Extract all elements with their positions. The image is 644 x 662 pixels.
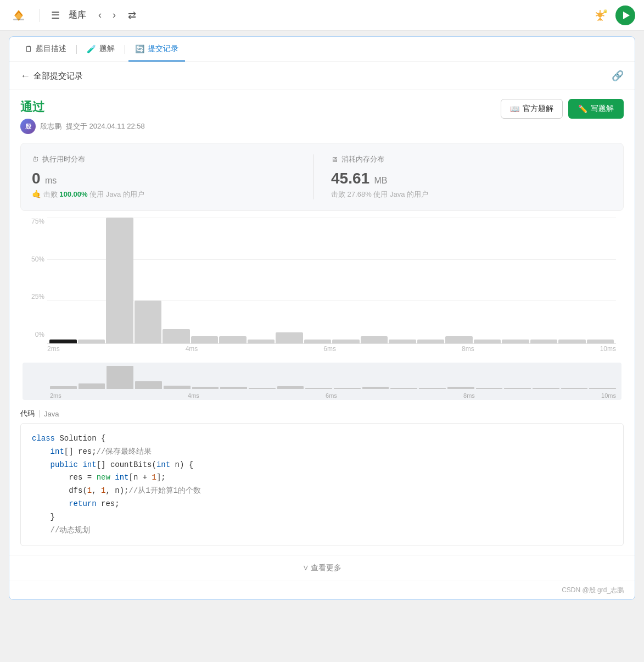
code-line-3: public int[] countBits(int n) {: [32, 459, 612, 472]
chart-bars: [47, 218, 616, 343]
svg-rect-11: [604, 11, 606, 13]
time-sub: 🤙 击败 100.00% 使用 Java 的用户: [32, 190, 313, 199]
status-row: 通过 殷 殷志鹏 提交于 2024.04.11 22:58 📖 官方题解 ✏️ …: [20, 99, 624, 134]
chart-bar: [135, 301, 162, 344]
menu-icon[interactable]: ☰: [51, 9, 60, 21]
ov-x-8ms: 8ms: [463, 392, 475, 399]
y-label-50: 50%: [23, 255, 44, 263]
svg-line-5: [596, 15, 597, 16]
x-label-6ms: 6ms: [323, 345, 336, 360]
code-line-5: dfs(1, 1, n);//从1开始算1的个数: [32, 485, 612, 498]
chart-bar: [417, 340, 445, 343]
book-icon: 📖: [510, 104, 519, 113]
stats-cards: ⏱ 执行用时分布 0 ms 🤙 击败 100.00% 使用 Java 的用户: [20, 143, 624, 211]
time-value: 0: [32, 170, 41, 187]
time-stat-card: ⏱ 执行用时分布 0 ms 🤙 击败 100.00% 使用 Java 的用户: [32, 154, 313, 199]
time-stat-title: ⏱ 执行用时分布: [32, 154, 313, 164]
overview-bar: [220, 387, 247, 389]
edit-icon: ✏️: [578, 104, 587, 113]
chart-x-labels: 2ms 4ms 6ms 8ms 10ms: [47, 345, 616, 360]
overview-bar: [419, 388, 446, 389]
hand-icon: 🤙: [32, 190, 41, 198]
chart-overview: 2ms 4ms 6ms 8ms 10ms: [23, 363, 621, 400]
memory-value: 45.61: [331, 170, 369, 187]
back-btn[interactable]: ← 全部提交记录: [20, 70, 83, 82]
time-value-row: 0 ms: [32, 170, 313, 187]
tab-divider-1: [76, 45, 77, 54]
run-btn[interactable]: [615, 5, 635, 25]
code-label: 代码: [20, 409, 35, 419]
overview-bar: [362, 387, 389, 389]
time-sub-text: 使用 Java 的用户: [89, 190, 144, 198]
history-icon: 🔄: [135, 44, 144, 53]
code-line-7: }: [32, 511, 612, 524]
official-solution-btn[interactable]: 📖 官方题解: [501, 99, 563, 119]
overview-bar: [277, 386, 304, 389]
overview-bar: [447, 387, 474, 389]
overview-bar: [334, 388, 361, 389]
overview-bar: [135, 381, 162, 389]
chart-bar: [558, 340, 586, 343]
flask-icon: 🧪: [87, 44, 96, 53]
memory-sub: 击败 27.68% 使用 Java 的用户: [331, 190, 612, 199]
memory-unit: MB: [374, 176, 388, 185]
x-label-2ms: 2ms: [47, 345, 60, 360]
y-label-0: 0%: [23, 331, 44, 338]
chart-bar: [219, 336, 247, 343]
overview-bar: [504, 388, 531, 389]
link-icon[interactable]: 🔗: [612, 70, 624, 82]
time-percent: 100.00%: [59, 190, 87, 198]
overview-x-labels: 2ms 4ms 6ms 8ms 10ms: [50, 392, 616, 399]
tab-description[interactable]: 🗒 题目描述: [18, 37, 73, 62]
shuffle-btn[interactable]: ⇄: [128, 9, 136, 21]
main-container: 🗒 题目描述 🧪 题解 🔄 提交记录 ← 全部提交记录 🔗: [9, 36, 635, 600]
memory-value-row: 45.61 MB: [331, 170, 612, 187]
chart-bar: [78, 340, 105, 343]
clock-icon: ⏱: [32, 155, 39, 164]
svg-rect-0: [13, 19, 24, 20]
overview-bar: [476, 388, 503, 389]
back-arrow-icon: ←: [20, 70, 30, 82]
doc-icon: 🗒: [25, 44, 32, 53]
chart-bar: [474, 340, 501, 343]
overview-bar: [390, 388, 417, 389]
chart-main: 75% 50% 25% 0% 2ms: [23, 218, 621, 360]
time-unit: ms: [45, 176, 57, 185]
logo[interactable]: [9, 5, 29, 25]
topbar-right: [591, 5, 635, 25]
chart-y-labels: 75% 50% 25% 0%: [23, 218, 44, 344]
overview-bar: [305, 388, 332, 389]
y-label-25: 25%: [23, 293, 44, 301]
chart-bar: [445, 336, 473, 343]
ov-x-6ms: 6ms: [326, 392, 337, 399]
nav-arrows: ‹ ›: [95, 8, 119, 22]
footer-bar: CSDN @殷 grd_志鹏: [9, 581, 635, 599]
overview-bar: [164, 386, 191, 389]
svg-line-6: [602, 15, 604, 16]
code-line-2: int[] res;//保存最终结果: [32, 446, 612, 459]
x-label-8ms: 8ms: [462, 345, 474, 360]
tab-solution[interactable]: 🧪 题解: [80, 37, 121, 62]
code-block: class Solution { int[] res;//保存最终结果 publ…: [20, 423, 624, 546]
status-left: 通过 殷 殷志鹏 提交于 2024.04.11 22:58: [20, 99, 145, 134]
view-more-btn[interactable]: ∨ 查看更多: [9, 555, 635, 581]
overview-bar: [192, 387, 219, 389]
chart-bar: [530, 340, 558, 343]
nav-prev-btn[interactable]: ‹: [95, 8, 105, 22]
submitted-at: 提交于 2024.04.11 22:58: [66, 121, 145, 131]
tab-submissions[interactable]: 🔄 提交记录: [128, 37, 185, 62]
nav-next-btn[interactable]: ›: [109, 8, 119, 22]
code-line-8: //动态规划: [32, 524, 612, 537]
chart-container: 75% 50% 25% 0% 2ms: [20, 218, 624, 400]
chart-bar: [502, 340, 529, 343]
chart-bar: [389, 340, 416, 343]
svg-line-4: [602, 12, 604, 14]
ov-x-2ms: 2ms: [50, 392, 61, 399]
bug-icon[interactable]: [591, 7, 609, 24]
tab-bar: 🗒 题目描述 🧪 题解 🔄 提交记录: [9, 37, 635, 62]
chart-bar: [361, 336, 388, 343]
submitter-info: 殷 殷志鹏 提交于 2024.04.11 22:58: [20, 119, 145, 134]
write-solution-btn[interactable]: ✏️ 写题解: [568, 99, 624, 119]
code-line-1: class Solution {: [32, 432, 612, 446]
code-header: 代码 Java: [20, 409, 624, 419]
